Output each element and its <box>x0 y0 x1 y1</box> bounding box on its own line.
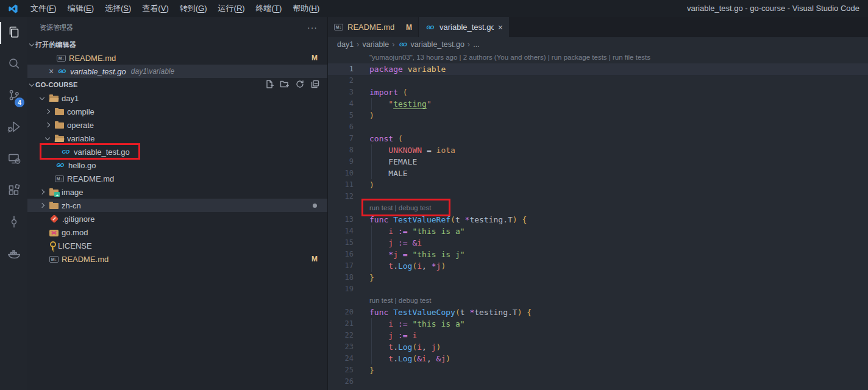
tree-item-label: variable <box>67 134 95 143</box>
tree-item-operate[interactable]: operate <box>27 118 327 132</box>
chevron-right-icon <box>40 203 44 208</box>
tab-label: variable_test.go <box>439 23 494 32</box>
activity-docker[interactable] <box>0 239 27 271</box>
refresh-icon[interactable] <box>295 79 305 90</box>
code-line-11: 11 ) <box>328 179 868 191</box>
line-number: 13 <box>328 214 354 225</box>
folder-icon <box>49 203 59 209</box>
activity-extensions[interactable] <box>0 176 27 207</box>
line-number: 23 <box>328 341 354 353</box>
tree-item-zh-cn[interactable]: zh-cn <box>27 199 327 212</box>
go-file-icon: GO <box>425 24 435 30</box>
activity-commit[interactable] <box>0 207 27 239</box>
gitlens-blame[interactable]: "yumaojun03", 13 hours ago | 2 authors (… <box>369 54 650 61</box>
tree-item-hello-go[interactable]: GO hello.go <box>27 158 327 172</box>
close-icon[interactable]: × <box>498 23 503 32</box>
menu-e[interactable]: 编辑(E) <box>62 4 99 13</box>
project-actions <box>265 79 320 90</box>
breadcrumb-day1[interactable]: day1 <box>337 40 354 49</box>
open-editor-label: README.md <box>69 54 116 63</box>
menu-h[interactable]: 帮助(H) <box>287 4 325 13</box>
tree-item-label: hello.go <box>68 161 96 170</box>
git-modified-badge: M <box>406 23 412 32</box>
breadcrumb-variable-test-go[interactable]: GOvariable_test.go <box>398 40 464 49</box>
tree-item-label: variable_test.go <box>74 147 130 157</box>
activity-search[interactable] <box>0 49 27 80</box>
code-line-25: 25 } <box>328 364 868 376</box>
activity-source-control[interactable]: 4 <box>0 80 27 112</box>
explorer-sidebar: 资源管理器 ··· 打开的编辑器 M↓ README.md M × GO var… <box>27 17 328 390</box>
folder-icon <box>55 109 64 115</box>
activity-run-debug[interactable] <box>0 112 27 144</box>
code-line-24: 24 t.Log(&i, &j) <box>328 353 868 364</box>
new-file-icon[interactable] <box>265 79 274 90</box>
code-line-23: 23 t.Log(i, j) <box>328 341 868 353</box>
tree-item-label: operate <box>67 121 94 130</box>
menu-v[interactable]: 查看(V) <box>137 4 174 13</box>
tab-variable-test-go[interactable]: GO variable_test.go × <box>419 17 510 37</box>
close-icon[interactable]: × <box>46 66 57 76</box>
markdown-file-icon: M↓ <box>57 55 66 62</box>
line-number: 20 <box>328 307 354 318</box>
line-number: 25 <box>328 364 354 376</box>
menu-g[interactable]: 转到(G) <box>174 4 213 13</box>
menu-f[interactable]: 文件(F) <box>25 4 62 13</box>
codelens-run-test-2[interactable]: run test | debug test <box>369 297 431 304</box>
tree-item-label: day1 <box>62 94 79 103</box>
open-editor-variable-test-go[interactable]: × GO variable_test.go day1\variable <box>27 65 327 78</box>
breadcrumb-[interactable]: ... <box>473 40 479 49</box>
chevron-right-icon <box>40 190 44 194</box>
tree-item-label: LICENSE <box>58 241 92 250</box>
activity-explorer[interactable] <box>0 17 27 49</box>
project-header[interactable]: GO-COURSE <box>27 78 327 91</box>
editor-group: M↓ README.md M GO variable_test.go × day… <box>328 17 868 390</box>
tree-item-license[interactable]: LICENSE <box>27 239 327 252</box>
code-line-3: 3 import ( <box>328 87 868 98</box>
menu-s[interactable]: 选择(S) <box>99 4 137 13</box>
code-editor[interactable]: "yumaojun03", 13 hours ago | 2 authors (… <box>328 52 868 390</box>
breadcrumb-variable[interactable]: variable <box>362 40 389 49</box>
code-line-26: 26 <box>328 376 868 388</box>
tree-item-gitignore[interactable]: .gitignore <box>27 212 327 225</box>
folder-icon <box>55 122 64 129</box>
codelens-run-test-1[interactable]: run test | debug test <box>369 204 431 211</box>
activity-remote-explorer[interactable] <box>0 144 27 176</box>
markdown-file-icon: M↓ <box>49 256 59 263</box>
tree-item-variable-test-go[interactable]: GO variable_test.go <box>27 145 327 158</box>
window-title: variable_test.go - go-course - Visual St… <box>687 0 859 17</box>
go-file-icon: GO <box>398 41 408 48</box>
line-number: 7 <box>328 133 354 144</box>
line-number: 21 <box>328 318 354 330</box>
git-modified-badge: M <box>311 54 318 62</box>
line-number: 19 <box>328 283 354 295</box>
tab-readme-md[interactable]: M↓ README.md M <box>328 17 419 37</box>
new-folder-icon[interactable] <box>280 79 290 90</box>
menu-t[interactable]: 终端(T) <box>251 4 288 13</box>
tree-item-readme-md[interactable]: M↓ README.md M <box>27 252 327 266</box>
open-editors-header[interactable]: 打开的编辑器 <box>27 38 327 51</box>
menu-r[interactable]: 运行(R) <box>213 4 251 13</box>
tree-item-readme-md[interactable]: M↓ README.md <box>27 172 327 185</box>
code-line-17: 17 t.Log(i, *j) <box>328 260 868 272</box>
tree-item-label: compile <box>67 107 94 116</box>
explorer-icon <box>6 24 22 42</box>
git-modified-badge: M <box>311 255 318 263</box>
sidebar-title: 资源管理器 <box>40 23 73 32</box>
line-number: 18 <box>328 272 354 283</box>
collapse-all-icon[interactable] <box>310 79 320 90</box>
tree-item-image[interactable]: image <box>27 185 327 199</box>
code-line-13: 13 func TestValueRef(t *testing.T) { <box>328 214 868 225</box>
more-actions-icon[interactable]: ··· <box>307 23 318 32</box>
tree-item-variable[interactable]: variable <box>27 132 327 145</box>
open-editor-readme-md[interactable]: M↓ README.md M <box>27 51 327 65</box>
line-number: 10 <box>328 168 354 179</box>
tree-item-day1[interactable]: day1 <box>27 91 327 105</box>
tree-item-go-mod[interactable]: go.mod <box>27 225 327 239</box>
tree-item-compile[interactable]: compile <box>27 105 327 118</box>
vscode-logo <box>8 4 18 14</box>
open-editor-label: variable_test.go <box>70 67 126 76</box>
code-line-12: 12 <box>328 191 868 202</box>
menu-bar: 文件(F)编辑(E)选择(S)查看(V)转到(G)运行(R)终端(T)帮助(H) <box>25 0 325 17</box>
folder-modified-dot <box>313 204 317 208</box>
title-bar: 文件(F)编辑(E)选择(S)查看(V)转到(G)运行(R)终端(T)帮助(H)… <box>0 0 868 17</box>
